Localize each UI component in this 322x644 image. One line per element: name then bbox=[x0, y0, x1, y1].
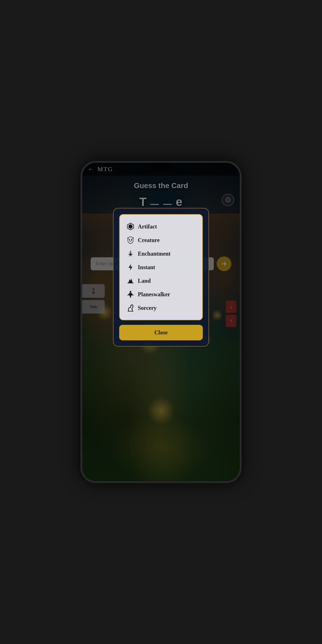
type-item-creature[interactable]: Creature bbox=[124, 233, 198, 247]
type-list: Artifact bbox=[119, 214, 203, 320]
creature-label: Creature bbox=[138, 237, 160, 243]
artifact-icon bbox=[127, 223, 134, 230]
svg-point-0 bbox=[129, 239, 130, 240]
enchantment-label: Enchantment bbox=[138, 251, 171, 257]
content-layer: ← MTG ⓘ Guess the Card T e bbox=[82, 163, 240, 481]
power-button[interactable] bbox=[240, 253, 241, 273]
type-item-planeswalker[interactable]: Planeswalker bbox=[124, 288, 198, 301]
land-icon bbox=[127, 277, 134, 285]
land-label: Land bbox=[138, 278, 151, 284]
phone-screen: ← MTG ⓘ Guess the Card T e bbox=[82, 163, 240, 481]
type-item-enchantment[interactable]: Enchantment bbox=[124, 247, 198, 260]
enchantment-icon bbox=[127, 250, 134, 258]
type-item-sorcery[interactable]: Sorcery bbox=[124, 301, 198, 315]
svg-point-2 bbox=[130, 291, 131, 293]
planeswalker-label: Planeswalker bbox=[138, 291, 170, 298]
phone-frame: ← MTG ⓘ Guess the Card T e bbox=[80, 161, 242, 483]
artifact-label: Artifact bbox=[138, 223, 157, 230]
instant-icon bbox=[127, 263, 134, 271]
sorcery-icon bbox=[127, 304, 134, 312]
modal-overlay: Artifact bbox=[82, 163, 240, 481]
type-item-artifact[interactable]: Artifact bbox=[124, 220, 198, 233]
svg-point-1 bbox=[131, 239, 132, 240]
planeswalker-icon bbox=[127, 290, 134, 298]
modal-container: Artifact bbox=[113, 208, 209, 347]
close-button[interactable]: Close bbox=[119, 325, 203, 340]
instant-label: Instant bbox=[138, 264, 155, 271]
type-item-instant[interactable]: Instant bbox=[124, 260, 198, 274]
creature-icon bbox=[127, 236, 134, 244]
sorcery-label: Sorcery bbox=[138, 305, 156, 311]
type-item-land[interactable]: Land bbox=[124, 274, 198, 288]
